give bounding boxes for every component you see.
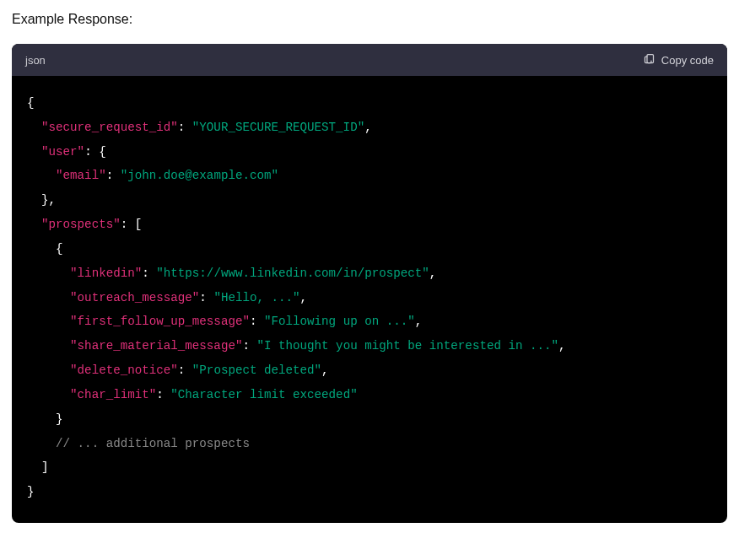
code-block: json Copy code { "secure_request_id": "Y… bbox=[12, 44, 727, 523]
code-token: "Hello, ..." bbox=[213, 291, 299, 304]
code-token: { bbox=[99, 145, 106, 159]
code-token: , bbox=[415, 315, 423, 328]
code-token: : bbox=[178, 121, 192, 134]
code-token: [ bbox=[135, 218, 143, 231]
code-token: "share_material_message" bbox=[70, 339, 242, 353]
code-token: "secure_request_id" bbox=[41, 121, 178, 134]
code-token: "Following up on ..." bbox=[264, 315, 415, 328]
code-token: }, bbox=[41, 193, 56, 207]
code-token: } bbox=[56, 412, 63, 426]
code-token: "delete_notice" bbox=[70, 363, 178, 377]
code-token: : bbox=[250, 315, 264, 328]
code-token: : bbox=[106, 169, 121, 182]
code-token: : bbox=[178, 363, 192, 377]
code-token: "user" bbox=[41, 145, 84, 159]
code-token: "YOUR_SECURE_REQUEST_ID" bbox=[192, 121, 364, 134]
section-heading: Example Response: bbox=[12, 12, 727, 27]
code-token: { bbox=[56, 242, 63, 256]
code-token: : bbox=[84, 145, 99, 159]
code-token: : bbox=[242, 339, 256, 353]
code-content: { "secure_request_id": "YOUR_SECURE_REQU… bbox=[12, 76, 727, 523]
code-token: , bbox=[429, 267, 437, 280]
code-token: , bbox=[300, 291, 308, 304]
code-token: "Prospect deleted" bbox=[192, 363, 321, 377]
code-token: : bbox=[199, 291, 213, 304]
code-token: "linkedin" bbox=[70, 267, 142, 280]
code-token: "first_follow_up_message" bbox=[70, 315, 250, 328]
code-token: "outreach_message" bbox=[70, 291, 199, 304]
code-token: "john.doe@example.com" bbox=[121, 169, 278, 182]
code-token: "I thought you might be interested in ..… bbox=[256, 339, 558, 353]
code-token: : bbox=[156, 388, 170, 401]
code-token: : bbox=[121, 218, 135, 231]
code-token: "Character limit exceeded" bbox=[170, 388, 357, 401]
code-token: ] bbox=[41, 460, 49, 474]
copy-code-label: Copy code bbox=[661, 54, 714, 67]
code-token: { bbox=[27, 96, 35, 110]
code-token: : bbox=[142, 267, 156, 280]
code-header: json Copy code bbox=[12, 44, 727, 76]
code-language-label: json bbox=[25, 54, 46, 67]
code-token: , bbox=[321, 363, 329, 377]
copy-code-button[interactable]: Copy code bbox=[643, 52, 714, 67]
code-token: // ... additional prospects bbox=[56, 437, 250, 450]
code-token: "email" bbox=[56, 169, 106, 182]
code-token: "prospects" bbox=[41, 218, 121, 231]
code-token: } bbox=[27, 485, 35, 498]
clipboard-icon bbox=[643, 52, 655, 67]
code-token: "char_limit" bbox=[70, 388, 156, 401]
svg-rect-0 bbox=[647, 55, 654, 63]
code-token: "https://www.linkedin.com/in/prospect" bbox=[156, 267, 429, 280]
code-token: , bbox=[364, 121, 372, 134]
code-token: , bbox=[558, 339, 566, 353]
